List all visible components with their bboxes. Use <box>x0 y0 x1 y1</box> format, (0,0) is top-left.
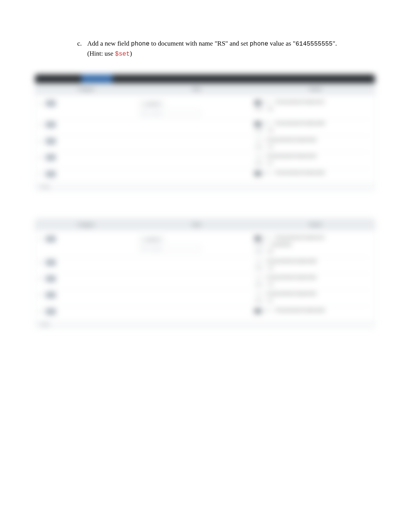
chevron-right-icon: ▸ <box>40 139 44 143</box>
code-phone: phone <box>131 41 149 48</box>
chevron-right-icon: ▸ <box>40 237 44 241</box>
result-line: _id :5f4a8c6b4d3e2f1a0b9c8d84 <box>254 292 317 297</box>
table-row: ▸ Do ● updated ▾ RS : xxxxxxx id_id :5f4… <box>40 234 370 257</box>
field-input: RS : xxxxxxx <box>139 245 201 252</box>
text-part: Add a new field <box>87 40 131 47</box>
cell-result: _id :5f4a8c6b4d3e2f1a0b9c8d82 name :CD <box>254 276 370 287</box>
cell-result: _id :5f4a8c6b4d3e2f1a0b9c8d84 name :EF <box>254 292 370 303</box>
result-line: name :EF <box>254 299 273 304</box>
row-label: Do <box>46 100 56 106</box>
result-line: id_id :5f4a8c6b4d3e2f1a0b9c8d80 <box>254 122 325 126</box>
cell-category: ▸ Do <box>40 309 139 314</box>
result-line: id_id :5f4a8c6b4d3e2f1a0b9c8d86 <box>254 309 325 313</box>
panel-body: ▸ Do ● updated ▾ RS : xxxxxxx id_id :5f4… <box>35 95 375 182</box>
result-line: id_id :5f4a8c6b4d3e2f1a0b9c8d7e <box>254 100 325 105</box>
result-line: _id :5f4a8c6b4d3e2f1a0b9c8d82 <box>254 138 317 143</box>
cell-result: id_id :5f4a8c6b4d3e2f1a0b9c8d80 name :AB <box>254 122 370 133</box>
table-header-row: Category Data Result <box>35 83 375 95</box>
table-row: ▸ Do _id :5f4a8c6b4d3e2f1a0b9c8d80 name … <box>40 257 370 273</box>
text-part: to document with name "RS" and set <box>149 40 249 47</box>
table-row: ▸ Do _id :5f4a8c6b4d3e2f1a0b9c8d82 name … <box>40 273 370 289</box>
row-label: Do <box>46 155 56 160</box>
question-letter: c. <box>77 39 87 59</box>
chevron-right-icon: ▸ <box>40 260 44 264</box>
table-row: ▸ Do _id :5f4a8c6b4d3e2f1a0b9c8d82 name … <box>40 136 370 152</box>
result-line: _id :5f4a8c6b4d3e2f1a0b9c8d82 <box>254 276 317 280</box>
panel-body: ▸ Do ● updated ▾ RS : xxxxxxx id_id :5f4… <box>35 231 375 320</box>
result-line: name :AB <box>254 266 273 271</box>
header-result: Result <box>256 222 375 228</box>
result-line: name :RS <box>254 250 273 255</box>
chevron-right-icon: ▸ <box>40 309 44 313</box>
code-value: 6145555555 <box>295 41 332 48</box>
row-label: Do <box>46 292 56 298</box>
code-set: $set <box>115 51 130 58</box>
result-line: _id :5f4a8c6b4d3e2f1a0b9c8d84 <box>254 155 317 159</box>
field-input: RS : xxxxxxx <box>139 110 201 117</box>
row-label: Do <box>46 309 56 314</box>
cell-category: ▸ Do <box>40 236 139 242</box>
cell-category: ▸ Do <box>40 292 139 298</box>
chevron-right-icon: ▸ <box>40 102 44 105</box>
table-row: ▸ Do id_id :5f4a8c6b4d3e2f1a0b9c8d86 <box>40 168 370 179</box>
badge-dot: ● <box>142 238 144 241</box>
row-label: Do <box>46 260 56 265</box>
cell-category: ▸ Do <box>40 122 139 127</box>
chevron-right-icon: ▸ <box>40 172 44 176</box>
cell-data: ● updated ▾ RS : xxxxxxx <box>139 100 255 117</box>
result-line: name :AB <box>254 129 273 133</box>
text-part: value as " <box>268 40 296 47</box>
table-row: ▸ Do _id :5f4a8c6b4d3e2f1a0b9c8d84 name … <box>40 152 370 168</box>
cell-result: _id :5f4a8c6b4d3e2f1a0b9c8d80 name :AB <box>254 260 370 271</box>
result-line: id_id :5f4a8c6b4d3e2f1a0b9c8d86 <box>254 171 325 176</box>
cell-category: ▸ Do <box>40 100 139 106</box>
row-label: Do <box>46 236 56 242</box>
table-header-row: Category Data Result <box>35 219 375 231</box>
cell-result: _id :5f4a8c6b4d3e2f1a0b9c8d84 name :EF <box>254 155 370 166</box>
cell-result: id_id :5f4a8c6b4d3e2f1a0b9c8d7e phone :6… <box>254 236 370 255</box>
updated-badge: ● updated ▾ <box>139 236 165 243</box>
cell-category: ▸ Do <box>40 138 139 144</box>
table-row: ▸ Do id_id :5f4a8c6b4d3e2f1a0b9c8d86 <box>40 306 370 317</box>
header-category: Category <box>35 86 137 92</box>
result-line: name :EF <box>254 161 273 166</box>
question-text: Add a new field phone to document with n… <box>87 39 352 59</box>
document-page: c. Add a new field phone to document wit… <box>0 0 410 329</box>
result-line: phone :6145555555 <box>254 243 291 248</box>
panel-footer: Ready <box>35 320 375 328</box>
cell-category: ▸ Do <box>40 171 139 177</box>
cell-result: id_id :5f4a8c6b4d3e2f1a0b9c8d86 <box>254 309 370 313</box>
table-row: ▸ Do id_id :5f4a8c6b4d3e2f1a0b9c8d80 nam… <box>40 119 370 136</box>
result-line: _id :5f4a8c6b4d3e2f1a0b9c8d80 <box>254 260 317 264</box>
table-row: ▸ Do _id :5f4a8c6b4d3e2f1a0b9c8d84 name … <box>40 289 370 306</box>
header-result: Result <box>256 86 375 92</box>
question-item: c. Add a new field phone to document wit… <box>77 39 352 59</box>
header-data: Data <box>137 86 256 92</box>
cell-category: ▸ Do <box>40 155 139 160</box>
header-data: Data <box>137 222 256 228</box>
header-category: Category <box>35 222 137 228</box>
row-label: Do <box>46 122 56 127</box>
row-label: Do <box>46 276 56 282</box>
chevron-right-icon: ▸ <box>40 156 44 160</box>
chevron-right-icon: ▸ <box>40 277 44 280</box>
text-part: ) <box>130 50 132 57</box>
row-label: Do <box>46 138 56 144</box>
db-screenshot-panel-1: Category Data Result ▸ Do ● updated ▾ RS… <box>35 74 375 191</box>
panel-footer: Ready <box>35 182 375 191</box>
cell-result: _id :5f4a8c6b4d3e2f1a0b9c8d82 name :CD <box>254 138 370 150</box>
result-line: name :CD <box>254 145 273 150</box>
badge-dot: ● <box>142 102 144 106</box>
row-label: Do <box>46 171 56 177</box>
cell-category: ▸ Do <box>40 276 139 282</box>
result-line: name :RS <box>254 107 273 112</box>
panel-title-bar <box>35 75 375 83</box>
chevron-right-icon: ▸ <box>40 293 44 297</box>
cell-data: ● updated ▾ RS : xxxxxxx <box>139 236 255 252</box>
title-highlight <box>81 75 112 83</box>
chevron-right-icon: ▸ <box>40 123 44 127</box>
db-screenshot-panel-2: Category Data Result ▸ Do ● updated ▾ RS… <box>35 218 375 329</box>
result-line: id_id :5f4a8c6b4d3e2f1a0b9c8d7e <box>254 236 325 241</box>
cell-category: ▸ Do <box>40 260 139 265</box>
table-row: ▸ Do ● updated ▾ RS : xxxxxxx id_id :5f4… <box>40 98 370 119</box>
